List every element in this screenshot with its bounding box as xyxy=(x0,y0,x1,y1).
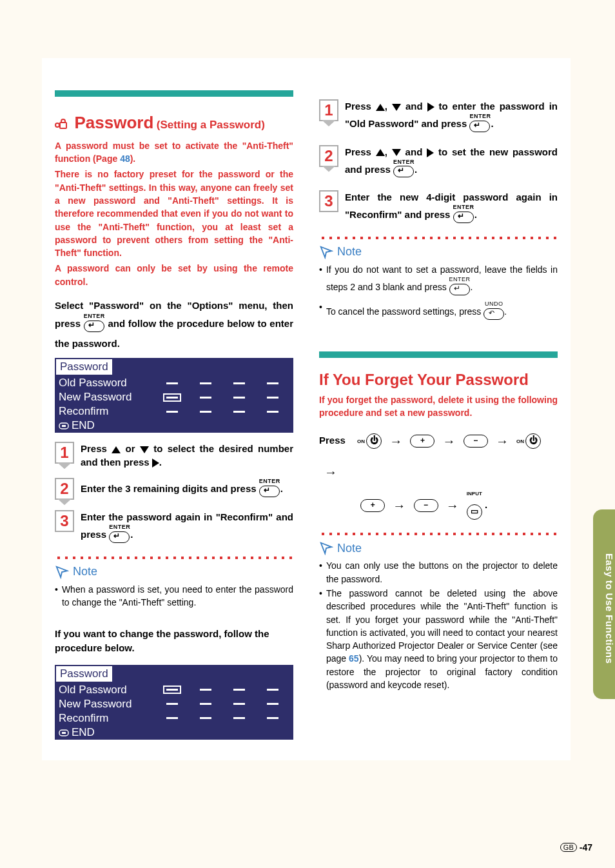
note-list: •If you do not want to set a password, l… xyxy=(319,263,558,324)
text: . xyxy=(159,457,162,468)
right-icon xyxy=(427,148,434,157)
on-label: ON xyxy=(357,439,365,444)
step-number: 2 xyxy=(319,145,338,167)
svg-rect-5 xyxy=(62,732,66,734)
menu-header: Password xyxy=(56,359,112,375)
undo-label: UNDO xyxy=(483,300,504,308)
step-1: 1 Press or to select the desired number … xyxy=(55,442,293,469)
down-icon xyxy=(392,104,401,111)
text: If you do not want to set a password, le… xyxy=(326,264,558,292)
text: . xyxy=(474,209,477,220)
step-number: 1 xyxy=(55,442,74,464)
text: Press xyxy=(345,101,376,112)
plus-button-icon: + xyxy=(410,435,434,448)
menu-row-old: Old Password xyxy=(55,683,293,697)
text: A password must be set to activate the "… xyxy=(55,141,293,164)
lock-icon xyxy=(55,118,69,133)
step-text: Press , and to set the new password and … xyxy=(345,145,558,182)
step-2: 2 Enter the 3 remaining digits and press… xyxy=(55,478,293,501)
step-badge: 2 xyxy=(319,145,338,167)
menu-screenshot-2: Password Old Password New Password Recon… xyxy=(55,665,293,740)
text: . xyxy=(130,529,133,540)
menu-row-end: END xyxy=(55,725,293,740)
text: . xyxy=(471,282,473,292)
svg-rect-0 xyxy=(60,123,66,128)
text: , xyxy=(385,101,392,112)
svg-point-1 xyxy=(55,123,59,127)
page-content: Password (Setting a Password) A password… xyxy=(42,58,571,760)
note-list: •When a password is set, you need to ent… xyxy=(55,583,293,609)
right-step-1: 1 Press , and to enter the password in "… xyxy=(319,99,558,136)
up-icon xyxy=(112,446,121,453)
select-instruction: Select "Password" on the "Options" menu,… xyxy=(55,299,293,350)
enter-icon: ENTER xyxy=(453,203,474,226)
heading: Password (Setting a Password) xyxy=(55,112,293,134)
press-label: Press xyxy=(319,435,346,446)
text: . xyxy=(504,306,507,317)
label: Old Password xyxy=(59,684,155,696)
arrow-icon: → xyxy=(496,426,509,457)
svg-rect-3 xyxy=(62,425,66,427)
press-sequence: Press ON⏻ → + → − → ON⏻ → + → − → INPUT▭… xyxy=(319,426,558,523)
enter-icon: ENTER xyxy=(469,112,491,135)
step-number: 2 xyxy=(55,478,74,500)
left-column: Password (Setting a Password) A password… xyxy=(55,90,293,747)
menu-row-old: Old Password xyxy=(55,376,293,390)
on-button-icon: ⏻ xyxy=(366,433,382,449)
enter-icon: ENTER xyxy=(259,477,280,500)
undo-icon: UNDO xyxy=(483,300,504,323)
note-item: •If you do not want to set a password, l… xyxy=(319,263,558,300)
arrow-icon: → xyxy=(443,426,456,457)
right-step-3: 3 Enter the new 4-digit password again i… xyxy=(319,190,558,227)
up-icon xyxy=(376,104,385,111)
text: When a password is set, you need to ente… xyxy=(62,583,293,609)
label: Reconfirm xyxy=(59,712,155,725)
arrow-icon: → xyxy=(393,490,405,521)
note-icon xyxy=(319,541,333,555)
dotted-separator xyxy=(319,532,558,536)
step-number: 1 xyxy=(319,99,338,121)
enter-icon: ENTER xyxy=(84,312,105,336)
step-badge: 2 xyxy=(55,478,74,500)
note-header: Note xyxy=(319,245,558,259)
enter-icon: ENTER xyxy=(393,158,415,181)
dotted-separator xyxy=(319,236,558,240)
enter-icon: ENTER xyxy=(449,275,471,299)
note-label: Note xyxy=(337,542,362,555)
page-link-48[interactable]: 48 xyxy=(120,153,130,164)
step-text: Press or to select the desired number an… xyxy=(81,442,293,469)
step-text: Enter the 3 remaining digits and press E… xyxy=(81,478,283,501)
text: To cancel the password settings, press xyxy=(326,306,483,317)
step-text: Enter the password again in "Reconfirm" … xyxy=(81,510,293,547)
step-badge: 3 xyxy=(319,190,338,212)
down-icon xyxy=(392,149,401,156)
change-intro: If you want to change the password, foll… xyxy=(55,627,293,655)
page-number: GB -47 xyxy=(560,842,592,853)
section-divider xyxy=(55,90,293,97)
right-icon xyxy=(152,459,159,468)
text: Press xyxy=(81,443,112,454)
dotted-separator xyxy=(55,556,293,560)
minus-button-icon: − xyxy=(414,499,438,512)
label: Reconfirm xyxy=(59,405,155,418)
label: Old Password xyxy=(59,377,155,390)
forgot-intro: If you forget the password, delete it us… xyxy=(319,393,558,420)
text: Enter the new 4-digit password again in … xyxy=(345,192,558,220)
note-label: Note xyxy=(337,245,362,259)
step-number: 3 xyxy=(319,190,338,212)
right-column: 1 Press , and to enter the password in "… xyxy=(319,90,558,747)
plus-button-icon: + xyxy=(360,499,385,512)
label: END xyxy=(72,419,95,432)
note-icon xyxy=(319,245,333,259)
note-item: •You can only use the buttons on the pro… xyxy=(319,559,558,586)
text: The password cannot be deleted using the… xyxy=(326,588,558,664)
arrow-icon: → xyxy=(446,490,459,521)
minus-button-icon: − xyxy=(464,435,488,448)
input-button-icon: ▭ xyxy=(467,504,482,520)
heading-title: Password xyxy=(74,113,153,132)
page-link-65[interactable]: 65 xyxy=(349,653,359,664)
page-number-value: -47 xyxy=(580,842,592,853)
text: or xyxy=(121,443,140,454)
note-header: Note xyxy=(319,541,558,555)
text: . xyxy=(491,118,493,129)
